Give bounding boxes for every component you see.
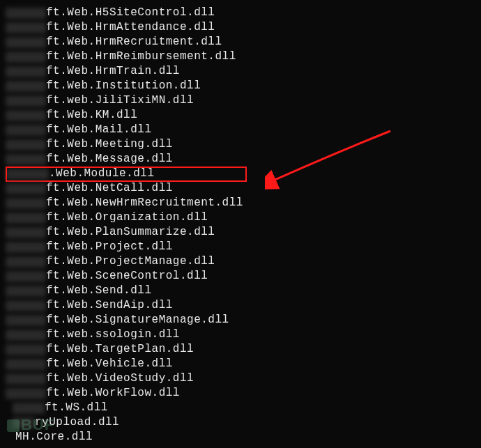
file-line: ft.Web.SceneControl.dll <box>0 269 481 284</box>
file-line: ft.Web.ProjectManage.dll <box>0 254 481 269</box>
filename-text: ft.WS.dll <box>45 401 108 415</box>
redacted-prefix <box>6 52 46 63</box>
redacted-prefix <box>6 359 46 370</box>
file-line-last: MH.Core.dll <box>0 430 481 445</box>
redacted-prefix <box>6 286 46 297</box>
filename-text: ft.Web.NewHrmRecruitment.dll <box>46 196 243 210</box>
redacted-prefix <box>6 213 46 224</box>
filename-text: ft.Web.Meeting.dll <box>46 137 173 152</box>
redacted-prefix <box>6 183 46 194</box>
filename-text: ft.Web.Vehicle.dll <box>46 357 173 371</box>
redacted-prefix <box>6 125 46 136</box>
file-line: ft.WS.dll <box>0 401 481 415</box>
redacted-prefix <box>6 22 46 33</box>
file-line: ft.Web.TargetPlan.dll <box>0 342 481 357</box>
redacted-prefix <box>6 81 46 92</box>
file-listing: ft.Web.H5SiteControl.dllft.Web.HrmAttend… <box>0 6 481 430</box>
redacted-prefix <box>6 242 46 253</box>
file-line: .Web.Module.dll <box>0 167 481 181</box>
filename-text: ft.Web.SendAip.dll <box>46 298 173 313</box>
filename-text: ft.Web.Message.dll <box>46 152 173 167</box>
redacted-prefix <box>6 95 46 107</box>
file-line: ft.Web.Institution.dll <box>0 79 481 93</box>
filename-text: ft.Web.Mail.dll <box>46 123 152 137</box>
file-line: ft.Web.HrmAttendance.dll <box>0 20 481 35</box>
file-line: ft.Web.HrmRecruitment.dll <box>0 35 481 49</box>
filename-text: ft.Web.HrmTrain.dll <box>46 64 180 79</box>
file-line: ft.Web.Mail.dll <box>0 123 481 137</box>
redacted-prefix <box>6 256 46 268</box>
file-line: ft.web.JiliTixiMN.dll <box>0 93 481 108</box>
redacted-prefix <box>6 8 46 19</box>
filename-text: ryUpload.dll <box>35 415 119 430</box>
file-line: ft.Web.H5SiteControl.dll <box>0 6 481 20</box>
redacted-prefix <box>6 388 46 399</box>
redacted-prefix <box>6 139 46 150</box>
redacted-prefix <box>6 330 46 341</box>
redacted-prefix <box>6 37 46 48</box>
file-line: ryUpload.dll <box>0 415 481 430</box>
file-line: ft.Web.NetCall.dll <box>0 181 481 196</box>
filename-text: ft.web.ssologin.dll <box>46 327 180 342</box>
filename-text: ft.Web.HrmRecruitment.dll <box>46 35 222 49</box>
redacted-prefix <box>6 315 46 326</box>
filename-text: ft.Web.HrmAttendance.dll <box>46 20 215 35</box>
file-line: ft.Web.Project.dll <box>0 240 481 254</box>
filename-text: ft.Web.Project.dll <box>46 240 173 254</box>
filename-text: ft.Web.H5SiteControl.dll <box>46 6 215 20</box>
file-line: ft.Web.SendAip.dll <box>0 298 481 313</box>
redacted-prefix <box>13 417 35 428</box>
filename-text: ft.Web.Organization.dll <box>46 210 208 225</box>
filename-text: .Web.Module.dll <box>49 167 155 181</box>
file-line: ft.Web.NewHrmRecruitment.dll <box>0 196 481 210</box>
redacted-prefix <box>6 271 46 282</box>
file-line: ft.Web.Message.dll <box>0 152 481 167</box>
file-line: ft.Web.SignatureManage.dll <box>0 313 481 327</box>
file-line: ft.Web.HrmTrain.dll <box>0 64 481 79</box>
redacted-prefix <box>6 300 46 311</box>
file-line: ft.Web.PlanSummarize.dll <box>0 225 481 240</box>
redacted-prefix <box>6 66 46 77</box>
redacted-prefix <box>6 227 46 238</box>
file-line: ft.Web.HrmReimbursement.dll <box>0 49 481 64</box>
filename-text: ft.Web.WorkFlow.dll <box>46 386 180 401</box>
redacted-prefix <box>6 154 46 165</box>
filename-text: ft.web.JiliTixiMN.dll <box>46 93 194 108</box>
redacted-prefix <box>6 373 46 385</box>
filename-text: ft.Web.TargetPlan.dll <box>46 342 194 357</box>
redacted-prefix <box>6 344 46 355</box>
filename-text: ft.Web.KM.dll <box>46 108 137 123</box>
filename-text: MH.Core.dll <box>15 430 93 445</box>
file-line: ft.Web.Meeting.dll <box>0 137 481 152</box>
redacted-prefix <box>6 110 46 121</box>
file-line: ft.Web.WorkFlow.dll <box>0 386 481 401</box>
filename-text: ft.Web.Institution.dll <box>46 79 201 93</box>
redacted-prefix <box>6 169 49 180</box>
filename-text: ft.Web.PlanSummarize.dll <box>46 225 215 240</box>
redacted-prefix <box>13 403 45 414</box>
file-line: ft.Web.Send.dll <box>0 284 481 298</box>
filename-text: ft.Web.ProjectManage.dll <box>46 254 215 269</box>
filename-text: ft.Web.HrmReimbursement.dll <box>46 49 236 64</box>
redacted-prefix <box>6 198 46 209</box>
filename-text: ft.Web.VideoStudy.dll <box>46 371 194 386</box>
file-line: ft.Web.VideoStudy.dll <box>0 371 481 386</box>
file-line: ft.web.ssologin.dll <box>0 327 481 342</box>
filename-text: ft.Web.SignatureManage.dll <box>46 313 229 327</box>
filename-text: ft.Web.Send.dll <box>46 284 152 298</box>
filename-text: ft.Web.SceneControl.dll <box>46 269 208 284</box>
file-line: ft.Web.KM.dll <box>0 108 481 123</box>
filename-text: ft.Web.NetCall.dll <box>46 181 173 196</box>
file-line: ft.Web.Vehicle.dll <box>0 357 481 371</box>
file-line: ft.Web.Organization.dll <box>0 210 481 225</box>
